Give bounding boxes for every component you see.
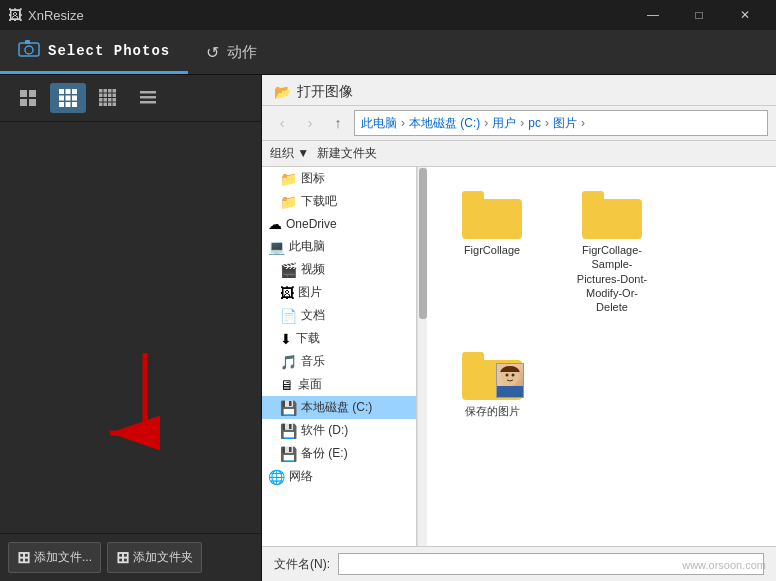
organize-button[interactable]: 组织 ▼ (270, 145, 309, 162)
dialog-title-bar: 📂 打开图像 (262, 75, 776, 106)
file-label-figrsample: FigrCollage-Sample-Pictures-Dont-Modify-… (571, 243, 653, 314)
svg-rect-28 (99, 103, 103, 107)
tree-label-onedrive: OneDrive (286, 217, 337, 231)
svg-rect-26 (108, 98, 112, 102)
folder-figrsample-icon (582, 191, 642, 239)
file-item-savedpics[interactable]: 保存的图片 (447, 348, 537, 422)
svg-rect-8 (66, 89, 71, 94)
tab-select-photos[interactable]: Select Photos (0, 30, 188, 74)
tree-item-desktop[interactable]: 🖥 桌面 (262, 373, 416, 396)
view-grid-large[interactable] (10, 83, 46, 113)
svg-rect-12 (72, 96, 77, 101)
svg-rect-32 (140, 91, 156, 94)
svg-rect-11 (66, 96, 71, 101)
tree-label-network: 网络 (289, 468, 313, 485)
svg-point-38 (512, 374, 515, 377)
tree-item-docs[interactable]: 📄 文档 (262, 304, 416, 327)
tree-label-diske: 备份 (E:) (301, 445, 348, 462)
onedrive-icon: ☁ (268, 216, 282, 232)
svg-rect-33 (140, 96, 156, 99)
title-bar: 🖼 XnResize — □ ✕ (0, 0, 776, 30)
tree-item-diske[interactable]: 💾 备份 (E:) (262, 442, 416, 465)
actions-label: 动作 (227, 43, 257, 62)
tree-item-network[interactable]: 🌐 网络 (262, 465, 416, 488)
tree-item-pictures[interactable]: 🖼 图片 (262, 281, 416, 304)
folder-savedpics-icon (462, 352, 522, 400)
tree-item-downloads[interactable]: ⬇ 下载 (262, 327, 416, 350)
svg-rect-19 (113, 89, 117, 93)
breadcrumb-users[interactable]: 用户 (492, 115, 516, 132)
tree-scrollbar[interactable] (417, 167, 427, 546)
tab-bar: Select Photos ↺ 动作 (0, 30, 776, 75)
close-button[interactable]: ✕ (722, 0, 768, 30)
dialog-folder-icon: 📂 (274, 84, 291, 100)
svg-rect-27 (113, 98, 117, 102)
tree-item-icon[interactable]: 📁 图标 (262, 167, 416, 190)
svg-rect-25 (104, 98, 108, 102)
folder-downloadbar-icon: 📁 (280, 194, 297, 210)
pictures-icon: 🖼 (280, 285, 294, 301)
view-toolbar (0, 75, 261, 122)
new-folder-button[interactable]: 新建文件夹 (317, 145, 377, 162)
tab-actions[interactable]: ↺ 动作 (188, 30, 275, 74)
downloads-icon: ⬇ (280, 331, 292, 347)
dialog-title: 📂 打开图像 (274, 83, 353, 101)
organize-label: 组织 ▼ (270, 145, 309, 162)
tree-item-downloadbar[interactable]: 📁 下载吧 (262, 190, 416, 213)
folder-icon-icon: 📁 (280, 171, 297, 187)
svg-rect-30 (108, 103, 112, 107)
localc-icon: 💾 (280, 400, 297, 416)
nav-forward-button[interactable]: › (298, 112, 322, 134)
svg-rect-18 (108, 89, 112, 93)
breadcrumb-pc[interactable]: pc (528, 116, 541, 130)
tree-label-icon: 图标 (301, 170, 325, 187)
breadcrumb-pictures[interactable]: 图片 (553, 115, 577, 132)
add-files-button[interactable]: ⊞ 添加文件... (8, 542, 101, 573)
select-photos-icon (18, 39, 40, 62)
file-item-figrcollage[interactable]: FigrCollage (447, 187, 537, 318)
tree-item-localc[interactable]: 💾 本地磁盘 (C:) (262, 396, 416, 419)
tree-item-videos[interactable]: 🎬 视频 (262, 258, 416, 281)
add-folder-icon: ⊞ (116, 548, 129, 567)
breadcrumb-c[interactable]: 本地磁盘 (C:) (409, 115, 480, 132)
view-grid-small[interactable] (90, 83, 126, 113)
svg-rect-24 (99, 98, 103, 102)
add-folder-label: 添加文件夹 (133, 549, 193, 566)
main-content: ⊞ 添加文件... ⊞ 添加文件夹 📂 打开图像 ‹ › ↑ 此电脑 › (0, 75, 776, 581)
file-dialog: 📂 打开图像 ‹ › ↑ 此电脑 › 本地磁盘 (C:) › 用户 › pc ›… (262, 75, 776, 581)
svg-rect-17 (104, 89, 108, 93)
breadcrumb-bar[interactable]: 此电脑 › 本地磁盘 (C:) › 用户 › pc › 图片 › (354, 110, 768, 136)
svg-rect-34 (140, 101, 156, 104)
diskd-icon: 💾 (280, 423, 297, 439)
svg-point-37 (506, 374, 509, 377)
breadcrumb-thispc[interactable]: 此电脑 (361, 115, 397, 132)
file-browser: 📁 图标 📁 下载吧 ☁ OneDrive 💻 此电脑 🎬 视频 (262, 167, 776, 546)
tree-label-thispc: 此电脑 (289, 238, 325, 255)
maximize-button[interactable]: □ (676, 0, 722, 30)
tree-label-desktop: 桌面 (298, 376, 322, 393)
folder-figrcollage-icon (462, 191, 522, 239)
file-label-savedpics: 保存的图片 (465, 404, 520, 418)
file-item-figrsample[interactable]: FigrCollage-Sample-Pictures-Dont-Modify-… (567, 187, 657, 318)
svg-rect-13 (59, 102, 64, 107)
nav-up-button[interactable]: ↑ (326, 112, 350, 134)
svg-rect-14 (66, 102, 71, 107)
bottom-buttons-bar: ⊞ 添加文件... ⊞ 添加文件夹 (0, 533, 261, 581)
nav-back-button[interactable]: ‹ (270, 112, 294, 134)
filename-label: 文件名(N): (274, 556, 330, 573)
tree-label-localc: 本地磁盘 (C:) (301, 399, 372, 416)
view-grid-medium[interactable] (50, 83, 86, 113)
tree-item-music[interactable]: 🎵 音乐 (262, 350, 416, 373)
tree-item-onedrive[interactable]: ☁ OneDrive (262, 213, 416, 235)
tree-label-diskd: 软件 (D:) (301, 422, 348, 439)
add-folder-button[interactable]: ⊞ 添加文件夹 (107, 542, 202, 573)
tree-label-pictures: 图片 (298, 284, 322, 301)
tree-item-diskd[interactable]: 💾 软件 (D:) (262, 419, 416, 442)
view-list[interactable] (130, 83, 166, 113)
tree-item-thispc[interactable]: 💻 此电脑 (262, 235, 416, 258)
svg-rect-15 (72, 102, 77, 107)
diske-icon: 💾 (280, 446, 297, 462)
add-files-icon: ⊞ (17, 548, 30, 567)
svg-rect-22 (108, 94, 112, 98)
minimize-button[interactable]: — (630, 0, 676, 30)
